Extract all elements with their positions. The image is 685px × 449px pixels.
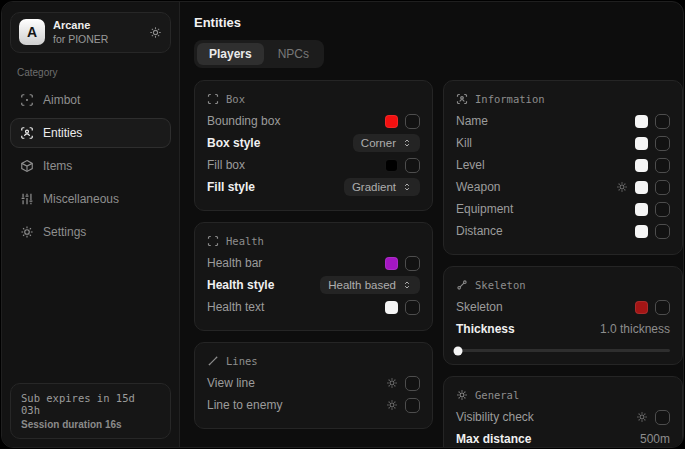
sidebar-item-items[interactable]: Items (10, 151, 171, 181)
color-swatch[interactable] (635, 301, 648, 314)
color-swatch[interactable] (635, 181, 648, 194)
gear-icon[interactable] (616, 181, 628, 193)
health-style-row: Health style Health based (207, 274, 420, 296)
sidebar-item-label: Settings (43, 225, 86, 239)
slider-thumb[interactable] (454, 346, 463, 355)
thickness-value: 1.0 thickness (600, 322, 670, 336)
name-checkbox[interactable] (655, 114, 670, 129)
max-distance-value: 500m (640, 432, 670, 446)
color-swatch[interactable] (385, 301, 398, 314)
person-scan-icon (456, 93, 468, 105)
health-text-checkbox[interactable] (405, 300, 420, 315)
scan-corners-icon (207, 93, 219, 105)
crosshair-scan-icon (20, 93, 34, 107)
sidebar-item-miscellaneous[interactable]: Miscellaneous (10, 184, 171, 214)
sidebar-item-entities[interactable]: Entities (10, 118, 171, 148)
weapon-checkbox[interactable] (655, 180, 670, 195)
fill-box-row: Fill box (207, 154, 420, 176)
distance-checkbox[interactable] (655, 224, 670, 239)
max-distance-row: Max distance 500m (456, 428, 670, 448)
sidebar-item-settings[interactable]: Settings (10, 217, 171, 247)
sidebar-item-label: Items (43, 159, 72, 173)
kill-row: Kill (456, 132, 670, 154)
color-swatch[interactable] (385, 257, 398, 270)
box-panel: Box Bounding box Box style Corner (194, 80, 433, 211)
lines-panel-header: Lines (207, 355, 420, 367)
chevrons-up-down-icon (402, 182, 412, 192)
sidebar-item-label: Aimbot (43, 93, 80, 107)
chevrons-up-down-icon (402, 280, 412, 290)
name-row: Name (456, 110, 670, 132)
bounding-box-checkbox[interactable] (405, 114, 420, 129)
page-title: Entities (194, 15, 683, 30)
thickness-slider[interactable] (456, 349, 670, 352)
gear-icon[interactable] (386, 399, 398, 411)
gear-icon (456, 389, 468, 401)
lines-panel: Lines View line Line to enemy (194, 342, 433, 429)
health-text-row: Health text (207, 296, 420, 318)
color-swatch[interactable] (385, 159, 398, 172)
thickness-row: Thickness 1.0 thickness (456, 318, 670, 340)
subscription-info-card: Sub expires in 15d 03h Session duration … (10, 383, 171, 439)
box-style-select[interactable]: Corner (353, 134, 420, 152)
kill-checkbox[interactable] (655, 136, 670, 151)
cube-icon (20, 159, 34, 173)
entity-tabs: Players NPCs (194, 40, 324, 68)
session-duration-text: Session duration 16s (21, 419, 160, 430)
brand-logo: A (19, 19, 45, 45)
gear-icon[interactable] (386, 377, 398, 389)
sub-expiry-text: Sub expires in 15d 03h (21, 392, 160, 416)
health-style-select[interactable]: Health based (320, 276, 420, 294)
gear-icon (20, 225, 34, 239)
information-panel: Information Name Kill (443, 80, 683, 255)
line-to-enemy-row: Line to enemy (207, 394, 420, 416)
brand-text: Arcane for PIONER (53, 19, 108, 46)
general-panel-header: General (456, 389, 670, 401)
view-line-row: View line (207, 372, 420, 394)
app-window: A Arcane for PIONER Category Aimbot Enti… (1, 1, 684, 448)
line-to-enemy-checkbox[interactable] (405, 398, 420, 413)
gear-icon[interactable] (636, 411, 648, 423)
sidebar-item-aimbot[interactable]: Aimbot (10, 85, 171, 115)
scan-corners-icon (207, 235, 219, 247)
health-bar-checkbox[interactable] (405, 256, 420, 271)
skeleton-row: Skeleton (456, 296, 670, 318)
skeleton-checkbox[interactable] (655, 300, 670, 315)
color-swatch[interactable] (635, 203, 648, 216)
health-bar-row: Health bar (207, 252, 420, 274)
general-panel: General Visibility check Max distance 50… (443, 376, 683, 448)
equipment-checkbox[interactable] (655, 202, 670, 217)
sidebar-item-label: Miscellaneous (43, 192, 119, 206)
right-column: Information Name Kill (443, 80, 683, 448)
weapon-row: Weapon (456, 176, 670, 198)
left-column: Box Bounding box Box style Corner (194, 80, 433, 429)
brand-card: A Arcane for PIONER (10, 12, 171, 53)
equipment-row: Equipment (456, 198, 670, 220)
color-swatch[interactable] (385, 115, 398, 128)
health-panel-header: Health (207, 235, 420, 247)
line-icon (207, 355, 219, 367)
sidebar-item-label: Entities (43, 126, 82, 140)
sliders-icon (20, 192, 34, 206)
view-line-checkbox[interactable] (405, 376, 420, 391)
visibility-check-row: Visibility check (456, 406, 670, 428)
main-content: Entities Players NPCs Box Bounding box (180, 2, 684, 447)
visibility-check-checkbox[interactable] (655, 410, 670, 425)
brand-subtitle: for PIONER (53, 33, 108, 46)
level-checkbox[interactable] (655, 158, 670, 173)
color-swatch[interactable] (635, 225, 648, 238)
tab-npcs[interactable]: NPCs (266, 43, 321, 65)
tab-players[interactable]: Players (197, 43, 264, 65)
category-label: Category (17, 67, 164, 78)
gear-icon[interactable] (149, 26, 162, 39)
fill-style-select[interactable]: Gradient (344, 178, 420, 196)
box-panel-header: Box (207, 93, 420, 105)
health-panel: Health Health bar Health style Health ba… (194, 222, 433, 331)
color-swatch[interactable] (635, 115, 648, 128)
fill-box-checkbox[interactable] (405, 158, 420, 173)
color-swatch[interactable] (635, 137, 648, 150)
color-swatch[interactable] (635, 159, 648, 172)
skeleton-panel-header: Skeleton (456, 279, 670, 291)
bounding-box-row: Bounding box (207, 110, 420, 132)
information-panel-header: Information (456, 93, 670, 105)
